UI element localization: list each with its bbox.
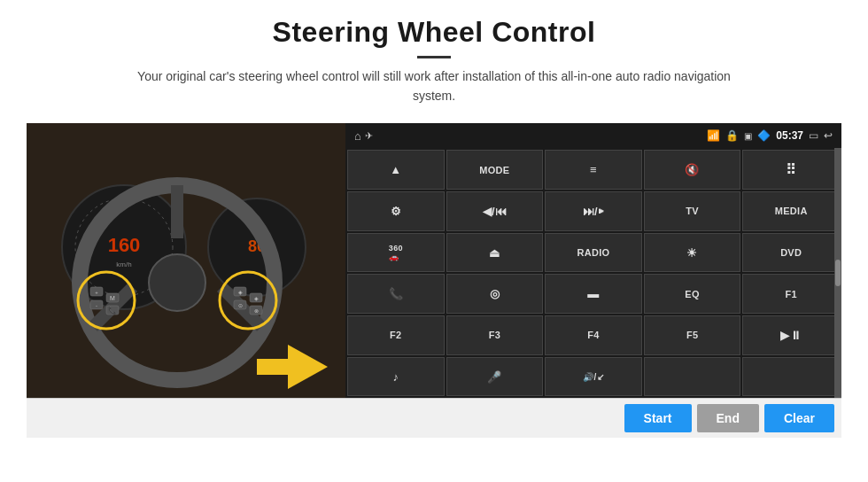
btn-mode[interactable]: MODE [446, 150, 544, 190]
btn-music[interactable]: ♪ [347, 357, 445, 397]
btn-dvd[interactable]: DVD [742, 233, 840, 273]
btn-nav-up[interactable]: ▲ [347, 150, 445, 190]
btn-empty1 [644, 357, 741, 397]
btn-navi[interactable]: ◎ [446, 274, 544, 314]
svg-text:⊙: ⊙ [238, 303, 243, 308]
steering-wheel-image: 160 km/h 80 + - M [27, 123, 345, 398]
btn-f3[interactable]: F3 [446, 315, 544, 355]
lock-icon: 🔒 [725, 129, 739, 142]
wifi-icon: 📶 [707, 129, 720, 142]
btn-vol-phone[interactable]: 🔊/↙ [545, 357, 642, 397]
status-right: 📶 🔒 ▣ 🔷 05:37 ▭ ↩ [707, 129, 833, 142]
bt-icon: 🔷 [757, 129, 771, 142]
status-left: ⌂ ✈ [354, 129, 373, 143]
radio-panel: ⌂ ✈ 📶 🔒 ▣ 🔷 05:37 ▭ ↩ ▲ MODE ≡ [345, 123, 841, 398]
btn-mic[interactable]: 🎤 [446, 357, 544, 397]
home-icon[interactable]: ⌂ [354, 129, 361, 143]
page-subtitle: Your original car's steering wheel contr… [124, 67, 744, 105]
action-bar: Start End Clear [27, 398, 841, 438]
back-icon[interactable]: ↩ [824, 129, 833, 142]
svg-text:160: 160 [108, 234, 141, 256]
cast-icon: ▭ [809, 129, 818, 142]
btn-eq[interactable]: EQ [644, 274, 741, 314]
start-button[interactable]: Start [624, 404, 692, 432]
btn-phone[interactable]: 📞 [347, 274, 445, 314]
svg-text:-: - [96, 303, 97, 308]
btn-mirror[interactable]: ▬ [545, 274, 642, 314]
status-bar: ⌂ ✈ 📶 🔒 ▣ 🔷 05:37 ▭ ↩ [345, 123, 841, 148]
btn-empty2 [742, 357, 840, 397]
svg-text:+: + [95, 290, 98, 295]
svg-text:◈: ◈ [254, 296, 259, 301]
btn-f1[interactable]: F1 [742, 274, 840, 314]
btn-settings[interactable]: ⚙ [347, 191, 445, 231]
sd-icon: ▣ [744, 131, 752, 141]
btn-apps[interactable]: ⠿ [742, 150, 840, 190]
clear-button[interactable]: Clear [764, 404, 834, 432]
btn-media[interactable]: MEDIA [742, 191, 840, 231]
btn-brightness[interactable]: ☀ [644, 233, 741, 273]
btn-radio[interactable]: RADIO [545, 233, 642, 273]
btn-play-pause[interactable]: ▶⏸ [742, 315, 840, 355]
scroll-bar[interactable] [834, 148, 841, 398]
svg-text:km/h: km/h [116, 260, 131, 268]
scroll-thumb [835, 260, 841, 286]
btn-360[interactable]: 360🚗 [347, 233, 445, 273]
btn-prev[interactable]: ◀/⏮ [446, 191, 544, 231]
nav-icon: ✈ [365, 130, 373, 142]
title-divider [417, 56, 451, 58]
page-container: Steering Wheel Control Your original car… [0, 0, 868, 482]
end-button[interactable]: End [697, 404, 759, 432]
svg-point-12 [149, 254, 205, 311]
btn-f5[interactable]: F5 [644, 315, 741, 355]
status-time: 05:37 [776, 129, 803, 142]
btn-next[interactable]: ⏭/▶ [545, 191, 642, 231]
btn-mute[interactable]: 🔇 [644, 150, 741, 190]
title-section: Steering Wheel Control Your original car… [124, 16, 744, 118]
btn-f4[interactable]: F4 [545, 315, 642, 355]
btn-f2[interactable]: F2 [347, 315, 445, 355]
btn-tv[interactable]: TV [644, 191, 741, 231]
svg-text:⊗: ⊗ [254, 308, 259, 314]
svg-text:📞: 📞 [108, 306, 117, 315]
svg-text:◈: ◈ [238, 290, 243, 295]
svg-text:M: M [110, 295, 115, 301]
btn-eject[interactable]: ⏏ [446, 233, 544, 273]
btn-menu[interactable]: ≡ [545, 150, 642, 190]
button-grid: ▲ MODE ≡ 🔇 ⠿ ⚙ ◀/⏮ ⏭/▶ TV MEDIA 360🚗 ⏏ R… [345, 148, 841, 398]
page-title: Steering Wheel Control [124, 16, 744, 49]
svg-rect-32 [257, 359, 289, 375]
